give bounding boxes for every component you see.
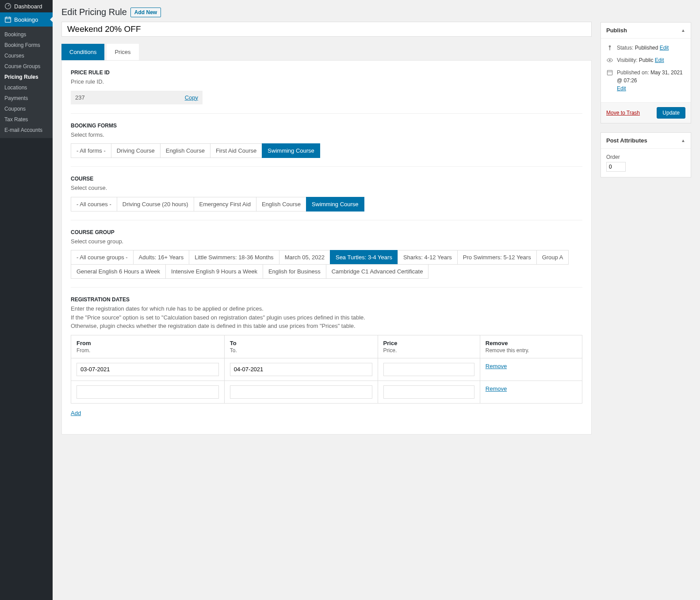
tabs: Conditions Prices <box>61 44 592 60</box>
section-course-group: COURSE GROUP Select course group. - All … <box>71 220 582 288</box>
edit-status-link[interactable]: Edit <box>660 45 669 51</box>
course-group-option[interactable]: English for Business <box>263 264 326 279</box>
price-rule-id-title: PRICE RULE ID <box>71 69 582 76</box>
table-row: Remove <box>71 381 582 403</box>
tab-conditions[interactable]: Conditions <box>61 44 104 60</box>
panel-toggle-icon[interactable]: ▲ <box>681 28 685 33</box>
calendar-small-icon <box>606 69 613 76</box>
course-group-option[interactable]: Little Swimmers: 18-36 Months <box>189 250 279 265</box>
course-group-option[interactable]: General English 6 Hours a Week <box>71 264 166 279</box>
sidebar-item[interactable]: Coupons <box>0 104 53 114</box>
section-course: COURSE Select course. - All courses -Dri… <box>71 166 582 220</box>
publish-panel-title: Publish <box>606 27 627 34</box>
section-booking-forms: BOOKING FORMS Select forms. - All forms … <box>71 113 582 167</box>
sidebar-item[interactable]: Booking Forms <box>0 40 53 50</box>
course-option[interactable]: Swimming Course <box>306 197 364 212</box>
course-group-option[interactable]: Sea Turtles: 3-4 Years <box>330 250 398 265</box>
remove-row-link[interactable]: Remove <box>486 385 507 392</box>
course-group-option[interactable]: - All course groups - <box>71 250 134 265</box>
booking-forms-desc: Select forms. <box>71 131 582 139</box>
panel-toggle-icon[interactable]: ▲ <box>681 138 685 143</box>
booking-form-option[interactable]: Driving Course <box>111 143 161 158</box>
order-label: Order <box>606 154 685 160</box>
from-input[interactable] <box>77 363 219 376</box>
price-input[interactable] <box>383 385 474 399</box>
copy-link[interactable]: Copy <box>185 94 198 101</box>
post-attributes-title: Post Attributes <box>606 137 647 144</box>
to-input[interactable] <box>230 363 372 376</box>
conditions-card: PRICE RULE ID Price rule ID. 237 Copy BO… <box>61 60 592 435</box>
svg-rect-8 <box>607 70 612 75</box>
price-rule-id-box: 237 Copy <box>71 91 203 104</box>
course-group-option[interactable]: March 05, 2022 <box>279 250 330 265</box>
sidebar-item[interactable]: Tax Rates <box>0 114 53 125</box>
price-rule-id-desc: Price rule ID. <box>71 77 582 86</box>
admin-sidebar: Dashboard Bookingo BookingsBooking Forms… <box>0 0 53 600</box>
calendar-icon <box>4 16 11 23</box>
svg-rect-6 <box>609 47 610 50</box>
sidebar-item[interactable]: E-mail Accounts <box>0 125 53 135</box>
course-option[interactable]: Emergency First Aid <box>194 197 256 212</box>
edit-published-link[interactable]: Edit <box>617 85 685 92</box>
course-group-option[interactable]: Pro Swimmers: 5-12 Years <box>457 250 537 265</box>
course-group-option[interactable]: Group A <box>536 250 569 265</box>
booking-forms-title: BOOKING FORMS <box>71 123 582 129</box>
registration-dates-table: FromFrom. ToTo. PricePrice. RemoveRemove… <box>71 335 582 404</box>
sidebar-dashboard[interactable]: Dashboard <box>0 0 53 12</box>
course-option[interactable]: Driving Course (20 hours) <box>117 197 194 212</box>
sidebar-submenu: BookingsBooking FormsCoursesCourse Group… <box>0 27 53 138</box>
post-attributes-panel: Post Attributes ▲ Order <box>601 132 691 177</box>
booking-form-option[interactable]: English Course <box>160 143 210 158</box>
pin-icon <box>606 44 613 51</box>
sidebar-item[interactable]: Pricing Rules <box>0 72 53 82</box>
price-rule-id-value: 237 <box>75 94 85 101</box>
svg-rect-1 <box>5 17 11 22</box>
course-title: COURSE <box>71 176 582 182</box>
dashboard-icon <box>4 3 11 10</box>
to-input[interactable] <box>230 385 372 399</box>
course-desc: Select course. <box>71 184 582 192</box>
course-group-option[interactable]: Intensive English 9 Hours a Week <box>165 264 263 279</box>
remove-row-link[interactable]: Remove <box>486 363 507 369</box>
sidebar-item[interactable]: Bookings <box>0 29 53 40</box>
svg-point-7 <box>609 59 611 61</box>
sidebar-item[interactable]: Locations <box>0 82 53 93</box>
publish-panel: Publish ▲ Status: Published Edit <box>601 22 691 123</box>
sidebar-item[interactable]: Payments <box>0 93 53 104</box>
sidebar-item[interactable]: Courses <box>0 50 53 61</box>
page-title: Edit Pricing Rule <box>61 7 127 17</box>
course-option[interactable]: English Course <box>256 197 306 212</box>
registration-dates-desc: Enter the registration dates for which r… <box>71 304 582 331</box>
section-registration-dates: REGISTRATION DATES Enter the registratio… <box>71 287 582 425</box>
tab-prices[interactable]: Prices <box>107 44 138 60</box>
table-row: Remove <box>71 358 582 381</box>
from-input[interactable] <box>77 385 219 399</box>
section-price-rule-id: PRICE RULE ID Price rule ID. 237 Copy <box>71 69 582 113</box>
update-button[interactable]: Update <box>657 107 685 119</box>
add-new-button[interactable]: Add New <box>130 8 161 17</box>
booking-form-option[interactable]: First Aid Course <box>210 143 262 158</box>
sidebar-dashboard-label: Dashboard <box>14 3 42 10</box>
registration-dates-title: REGISTRATION DATES <box>71 296 582 303</box>
sidebar-plugin-label: Bookingo <box>14 16 38 23</box>
course-group-title: COURSE GROUP <box>71 229 582 235</box>
order-input[interactable] <box>606 162 626 172</box>
course-group-option[interactable]: Cambridge C1 Advanced Certificate <box>326 264 429 279</box>
eye-icon <box>606 57 613 64</box>
booking-form-option[interactable]: Swimming Course <box>262 143 320 158</box>
add-row-link[interactable]: Add <box>71 410 81 416</box>
price-input[interactable] <box>383 363 474 376</box>
rule-name-input[interactable] <box>61 22 592 37</box>
booking-form-option[interactable]: - All forms - <box>71 143 111 158</box>
move-to-trash-link[interactable]: Move to Trash <box>606 110 640 116</box>
course-group-option[interactable]: Adults: 16+ Years <box>133 250 190 265</box>
course-group-option[interactable]: Sharks: 4-12 Years <box>398 250 458 265</box>
course-option[interactable]: - All courses - <box>71 197 117 212</box>
sidebar-plugin[interactable]: Bookingo <box>0 12 53 27</box>
edit-visibility-link[interactable]: Edit <box>655 57 664 63</box>
course-group-desc: Select course group. <box>71 237 582 246</box>
sidebar-item[interactable]: Course Groups <box>0 61 53 72</box>
